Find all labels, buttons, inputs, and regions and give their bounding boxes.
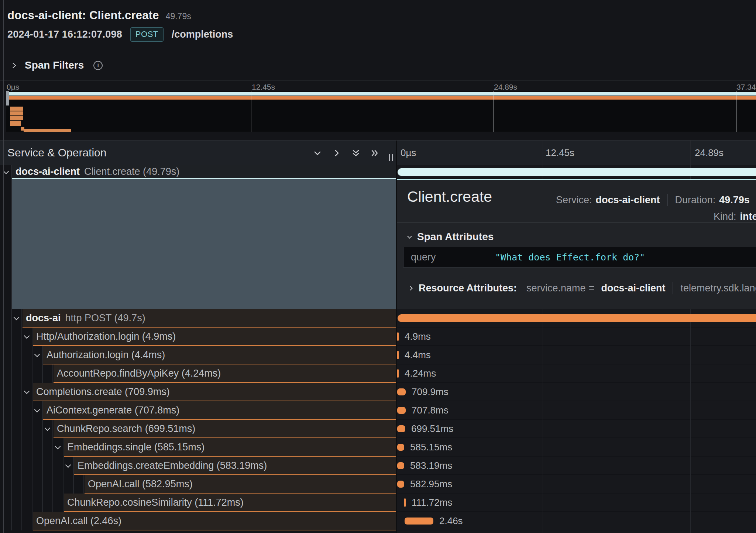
trace-row[interactable]: docs-ai-clientClient.create (49.79s)	[0, 165, 756, 179]
info-icon[interactable]: i	[93, 61, 103, 70]
span-bar[interactable]	[397, 332, 399, 341]
span-label[interactable]: Http/Authorization.login (4.9ms)	[33, 328, 396, 346]
span-label[interactable]: ChunkRepo.cosineSimilarity (111.72ms)	[64, 494, 396, 512]
span-bar-cell[interactable]: 585.15ms	[397, 438, 756, 457]
span-name-cell[interactable]: Completions.create (709.9ms)	[0, 383, 396, 401]
span-bar-cell[interactable]: 707.8ms	[397, 401, 756, 420]
span-bar-cell[interactable]: 2.46s	[397, 512, 756, 530]
span-bar-cell[interactable]: 4.9ms	[397, 328, 756, 346]
span-duration-label: 4.24ms	[405, 364, 436, 382]
trace-row[interactable]: docs-aihttp POST (49.7s)	[0, 309, 756, 328]
span-bar[interactable]	[397, 351, 399, 359]
span-bar[interactable]	[405, 518, 433, 525]
resource-more: telemetry.sdk.langu	[680, 283, 756, 294]
trace-row[interactable]: AiContext.generate (707.8ms)707.8ms	[0, 401, 756, 420]
span-bar-cell[interactable]	[397, 165, 756, 179]
selected-span-highlight[interactable]	[12, 179, 396, 309]
span-bar[interactable]	[398, 168, 756, 176]
chevron-right-icon[interactable]	[10, 62, 16, 68]
span-bar-cell[interactable]	[397, 309, 756, 328]
span-label[interactable]: docs-aihttp POST (49.7s)	[23, 309, 396, 328]
span-name-cell[interactable]: ChunkRepo.cosineSimilarity (111.72ms)	[0, 494, 396, 512]
span-name-cell[interactable]: Authorization.login (4.4ms)	[0, 346, 396, 364]
span-label[interactable]: docs-ai-clientClient.create (49.79s)	[12, 165, 396, 179]
indent-gutter	[0, 364, 54, 383]
trace-row[interactable]: Authorization.login (4.4ms)4.4ms	[0, 346, 756, 364]
span-filters-section[interactable]: Span Filters i	[0, 50, 756, 80]
span-bar[interactable]	[397, 407, 406, 414]
span-label[interactable]: ChunkRepo.search (699.51ms)	[54, 420, 396, 438]
trace-row[interactable]: Http/Authorization.login (4.9ms)4.9ms	[0, 328, 756, 346]
operation-name: Completions.create (709.9ms)	[36, 386, 170, 398]
span-attributes-section[interactable]: Span Attributes	[408, 231, 494, 243]
collapse-one-button[interactable]	[310, 146, 325, 160]
span-bar[interactable]	[397, 462, 404, 469]
span-label[interactable]: OpenAI.call (2.46s)	[33, 512, 396, 530]
span-name-cell[interactable]: ChunkRepo.search (699.51ms)	[0, 420, 396, 438]
span-bar[interactable]	[397, 425, 405, 432]
trace-row[interactable]: Embeddings.single (585.15ms)585.15ms	[0, 438, 756, 457]
span-name-cell[interactable]: AccountRepo.findByApiKey (4.24ms)	[0, 364, 396, 383]
minimap-viewport-edge[interactable]	[736, 91, 736, 132]
span-bar[interactable]	[397, 481, 404, 488]
span-label[interactable]: AccountRepo.findByApiKey (4.24ms)	[54, 364, 396, 383]
chevron-down-icon[interactable]	[407, 234, 412, 239]
resource-attributes-label[interactable]: Resource Attributes:	[419, 283, 517, 294]
span-attributes-label[interactable]: Span Attributes	[417, 231, 494, 243]
span-bar-cell[interactable]: 699.51ms	[397, 420, 756, 438]
column-resize-handle[interactable]	[387, 150, 395, 161]
trace-row[interactable]: Completions.create (709.9ms)709.9ms	[0, 383, 756, 401]
trace-rows-top: docs-ai-clientClient.create (49.79s)	[0, 165, 756, 179]
span-bar-cell[interactable]: 709.9ms	[397, 383, 756, 401]
trace-minimap[interactable]	[6, 91, 756, 132]
trace-row[interactable]: ChunkRepo.cosineSimilarity (111.72ms)111…	[0, 494, 756, 512]
resource-value: docs-ai-client	[601, 283, 665, 294]
span-label[interactable]: OpenAI.call (582.95ms)	[85, 475, 396, 494]
operation-name: OpenAI.call (582.95ms)	[88, 478, 193, 490]
duration-label: Duration:	[675, 194, 716, 206]
span-bar-cell[interactable]: 582.95ms	[397, 475, 756, 494]
span-name-cell[interactable]: Embeddings.createEmbedding (583.19ms)	[0, 457, 396, 475]
span-name-cell[interactable]: AiContext.generate (707.8ms)	[0, 401, 396, 420]
endpoint-path: /completions	[172, 29, 233, 40]
span-name-cell[interactable]: docs-ai-clientClient.create (49.79s)	[0, 165, 396, 179]
span-duration-label: 111.72ms	[412, 494, 452, 511]
span-bar-cell[interactable]: 583.19ms	[397, 457, 756, 475]
span-label[interactable]: Completions.create (709.9ms)	[33, 383, 396, 401]
trace-row[interactable]: OpenAI.call (582.95ms)582.95ms	[0, 475, 756, 494]
expand-one-button[interactable]	[329, 146, 344, 160]
span-name-cell[interactable]: Http/Authorization.login (4.9ms)	[0, 328, 396, 346]
expand-all-button[interactable]	[367, 146, 382, 160]
span-duration-label: 585.15ms	[410, 438, 452, 456]
minimap-drag-handle[interactable]	[6, 91, 9, 105]
collapse-all-button[interactable]	[348, 146, 363, 160]
span-bar[interactable]	[397, 388, 406, 395]
span-bar[interactable]	[397, 444, 404, 451]
operation-name: http POST (49.7s)	[65, 312, 145, 324]
span-label[interactable]: Authorization.login (4.4ms)	[43, 346, 396, 364]
span-filters-label[interactable]: Span Filters	[25, 59, 84, 71]
span-name-cell[interactable]: OpenAI.call (582.95ms)	[0, 475, 396, 494]
trace-row[interactable]: Embeddings.createEmbedding (583.19ms)583…	[0, 457, 756, 475]
span-bar-cell[interactable]: 4.4ms	[397, 346, 756, 364]
span-bar-cell[interactable]: 111.72ms	[397, 494, 756, 512]
minimap-tick-label: 24.89s	[494, 83, 517, 91]
trace-row[interactable]: AccountRepo.findByApiKey (4.24ms)4.24ms	[0, 364, 756, 383]
span-bar-cell[interactable]: 4.24ms	[397, 364, 756, 383]
span-name-cell[interactable]: docs-aihttp POST (49.7s)	[0, 309, 396, 328]
span-bar[interactable]	[398, 314, 756, 322]
span-name-cell[interactable]: OpenAI.call (2.46s)	[0, 512, 396, 530]
detail-meta: Service: docs-ai-client Duration: 49.79s	[556, 194, 756, 206]
indent-gutter	[0, 457, 74, 475]
span-label[interactable]: AiContext.generate (707.8ms)	[43, 401, 396, 420]
span-bar[interactable]	[404, 498, 406, 507]
trace-row[interactable]: OpenAI.call (2.46s)2.46s	[0, 512, 756, 530]
resource-attributes-section[interactable]: Resource Attributes: service.name = docs…	[409, 282, 756, 294]
trace-row[interactable]: ChunkRepo.search (699.51ms)699.51ms	[0, 420, 756, 438]
chevron-right-icon[interactable]	[408, 286, 413, 291]
span-label[interactable]: Embeddings.single (585.15ms)	[64, 438, 396, 457]
span-bar[interactable]	[397, 369, 399, 378]
minimap-http-span	[7, 96, 756, 100]
span-label[interactable]: Embeddings.createEmbedding (583.19ms)	[74, 457, 396, 475]
span-name-cell[interactable]: Embeddings.single (585.15ms)	[0, 438, 396, 457]
